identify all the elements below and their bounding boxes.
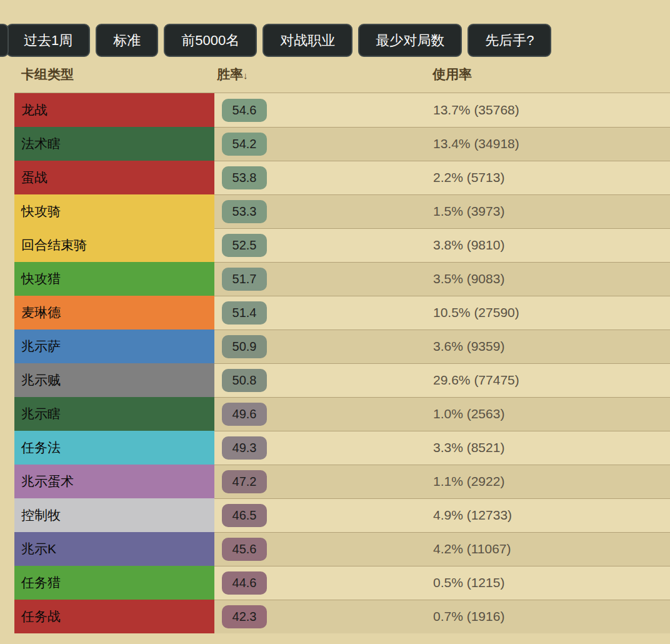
deck-row[interactable]: 回合结束骑 52.5 3.8% (9810)	[14, 228, 670, 262]
deck-row[interactable]: 任务猎 44.6 0.5% (1215)	[14, 566, 670, 600]
usage-value: 10.5% (27590)	[433, 305, 519, 320]
deck-name: 兆示K	[21, 540, 56, 558]
usage-value: 2.2% (5713)	[433, 170, 504, 185]
deck-name-cell: 任务猎	[14, 566, 214, 600]
winrate-badge: 46.5	[222, 504, 267, 527]
deck-row[interactable]: 兆示萨 50.9 3.6% (9359)	[14, 330, 670, 363]
deck-name-cell: 任务法	[14, 431, 214, 465]
winrate-cell: 49.6	[222, 397, 267, 431]
winrate-cell: 54.6	[222, 93, 267, 127]
table-header: 卡组类型 胜率↓ 使用率	[0, 66, 670, 83]
sort-descending-icon: ↓	[243, 70, 248, 81]
clipped-filter-button[interactable]	[0, 24, 9, 57]
deck-name: 快攻猎	[21, 270, 61, 288]
deck-row[interactable]: 兆示蛋术 47.2 1.1% (2922)	[14, 465, 670, 498]
deck-name: 回合结束骑	[21, 236, 87, 254]
deck-row[interactable]: 任务法 49.3 3.3% (8521)	[14, 431, 670, 465]
winrate-badge: 42.3	[222, 605, 267, 628]
deck-table-body: 龙战 54.6 13.7% (35768) 法术瞎 54.2 13.4% (34…	[14, 93, 670, 633]
deck-name: 任务猎	[21, 574, 61, 591]
winrate-badge: 54.2	[222, 133, 267, 156]
deck-name-cell: 任务战	[14, 600, 214, 633]
winrate-cell: 53.8	[222, 161, 267, 194]
deck-name: 法术瞎	[21, 135, 61, 153]
winrate-badge: 49.3	[222, 436, 267, 460]
winrate-badge: 53.3	[222, 200, 267, 223]
winrate-cell: 51.4	[222, 296, 267, 330]
deck-name: 兆示瞎	[21, 405, 61, 423]
winrate-badge: 50.9	[222, 335, 267, 358]
deck-row[interactable]: 任务战 42.3 0.7% (1916)	[14, 600, 670, 633]
deck-name-cell: 兆示蛋术	[14, 465, 214, 498]
deck-name: 龙战	[21, 101, 48, 119]
usage-value: 4.9% (12733)	[433, 508, 512, 523]
deck-row[interactable]: 兆示贼 50.8 29.6% (77475)	[14, 363, 670, 397]
deck-name-cell: 法术瞎	[14, 127, 214, 161]
filter-button-opponent-class[interactable]: 对战职业	[262, 24, 352, 57]
deck-row[interactable]: 蛋战 53.8 2.2% (5713)	[14, 161, 670, 194]
deck-row[interactable]: 麦琳德 51.4 10.5% (27590)	[14, 296, 670, 330]
usage-value: 1.1% (2922)	[433, 474, 504, 489]
winrate-cell: 52.5	[222, 228, 267, 262]
deck-name: 任务法	[21, 439, 61, 456]
winrate-badge: 44.6	[222, 571, 267, 595]
winrate-cell: 47.2	[222, 465, 267, 498]
winrate-badge: 47.2	[222, 470, 267, 493]
usage-value: 3.6% (9359)	[433, 339, 504, 354]
deck-row[interactable]: 快攻猎 51.7 3.5% (9083)	[14, 262, 670, 296]
deck-name: 兆示萨	[21, 338, 61, 355]
usage-value: 3.8% (9810)	[433, 238, 504, 253]
winrate-cell: 53.3	[222, 194, 267, 228]
filter-bar: 过去1周 标准 前5000名 对战职业 最少对局数 先后手?	[6, 24, 551, 57]
filter-button-min-games[interactable]: 最少对局数	[358, 24, 462, 57]
deck-name-cell: 蛋战	[14, 161, 214, 194]
deck-row[interactable]: 控制牧 46.5 4.9% (12733)	[14, 498, 670, 532]
filter-button-play-order[interactable]: 先后手?	[468, 24, 551, 57]
deck-name-cell: 快攻猎	[14, 262, 214, 296]
deck-row[interactable]: 快攻骑 53.3 1.5% (3973)	[14, 194, 670, 228]
deck-row[interactable]: 龙战 54.6 13.7% (35768)	[14, 93, 670, 127]
deck-name: 麦琳德	[21, 304, 61, 321]
usage-value: 13.7% (35768)	[433, 103, 519, 118]
deck-name-cell: 控制牧	[14, 498, 214, 532]
winrate-cell: 44.6	[222, 566, 267, 600]
usage-value: 13.4% (34918)	[433, 136, 519, 151]
winrate-badge: 50.8	[222, 369, 267, 392]
column-header-winrate[interactable]: 胜率↓	[217, 66, 248, 83]
column-header-deck-type[interactable]: 卡组类型	[21, 66, 74, 83]
usage-value: 29.6% (77475)	[433, 373, 519, 388]
deck-name-cell: 兆示贼	[14, 363, 214, 397]
deck-name-cell: 兆示K	[14, 532, 214, 566]
winrate-badge: 49.6	[222, 403, 267, 426]
winrate-badge: 54.6	[222, 99, 267, 122]
winrate-badge: 52.5	[222, 234, 267, 257]
deck-row[interactable]: 法术瞎 54.2 13.4% (34918)	[14, 127, 670, 161]
deck-name-cell: 麦琳德	[14, 296, 214, 330]
usage-value: 3.5% (9083)	[433, 271, 504, 286]
deck-name: 控制牧	[21, 506, 61, 524]
deck-name-cell: 龙战	[14, 93, 214, 127]
deck-name: 任务战	[21, 608, 61, 625]
winrate-cell: 50.8	[222, 363, 267, 397]
column-header-usage[interactable]: 使用率	[432, 66, 472, 83]
winrate-cell: 49.3	[222, 431, 267, 465]
winrate-cell: 45.6	[222, 532, 267, 566]
winrate-cell: 46.5	[222, 498, 267, 532]
filter-button-time-range[interactable]: 过去1周	[6, 24, 90, 57]
winrate-badge: 51.4	[222, 301, 267, 325]
usage-value: 4.2% (11067)	[433, 541, 511, 556]
deck-row[interactable]: 兆示K 45.6 4.2% (11067)	[14, 532, 670, 566]
winrate-badge: 53.8	[222, 166, 267, 189]
usage-value: 1.0% (2563)	[433, 406, 504, 421]
winrate-cell: 54.2	[222, 127, 267, 161]
deck-name: 兆示贼	[21, 371, 61, 389]
winrate-badge: 51.7	[222, 268, 267, 291]
filter-button-format[interactable]: 标准	[96, 24, 158, 57]
deck-name: 快攻骑	[21, 203, 61, 220]
usage-value: 3.3% (8521)	[433, 440, 504, 455]
winrate-badge: 45.6	[222, 538, 267, 561]
winrate-cell: 42.3	[222, 600, 267, 633]
deck-row[interactable]: 兆示瞎 49.6 1.0% (2563)	[14, 397, 670, 431]
deck-name: 蛋战	[21, 169, 48, 186]
filter-button-rank-range[interactable]: 前5000名	[164, 24, 257, 57]
